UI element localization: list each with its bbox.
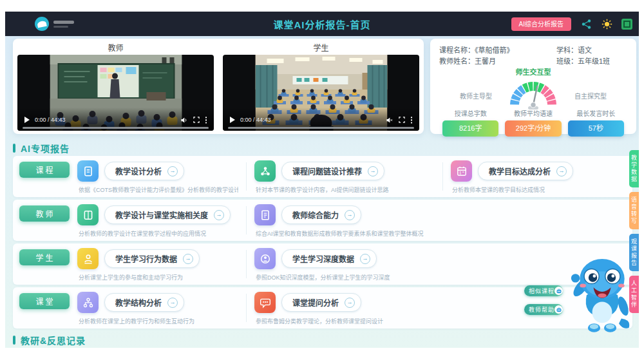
board-icon	[77, 204, 99, 225]
fullscreen-icon[interactable]	[621, 19, 632, 30]
assistant-button[interactable]: 相似课程	[524, 285, 563, 296]
ai-reports-title: AI专项报告	[21, 142, 70, 155]
video-time: 0:00 / 44:43	[240, 117, 271, 123]
research-section-header: 教研&反思记录	[13, 334, 86, 347]
play-button[interactable]	[24, 117, 30, 123]
column-divider	[246, 250, 247, 278]
column-divider	[246, 294, 247, 322]
report-row: 课程 教学设计分析 → 依据《COTS教师教学设计能力评价量规》分析教师的教学设…	[13, 156, 632, 197]
report-card-title: 学生学习行为数据	[115, 253, 177, 264]
report-card-button[interactable]: 教学设计与课堂实施相关度 →	[104, 205, 231, 224]
report-card: 学生学习深度数据 → 参照DOK知识深度模型，分析课堂上学生的学习深度	[254, 247, 435, 281]
share-icon[interactable]	[580, 18, 592, 30]
stat-value: 8216字	[442, 120, 498, 137]
report-card-description: 分析教师本堂课的教学目标达成情况	[452, 186, 612, 194]
fullscreen-video-icon[interactable]	[398, 116, 406, 124]
report-card-description: 分析教师在课堂上的教学行为和师生互动行为	[79, 317, 238, 325]
volume-muted-icon[interactable]	[385, 116, 393, 124]
report-card-description: 参照DOK知识深度模型，分析课堂上学生的学习深度	[256, 273, 435, 281]
logo-text-placeholder	[53, 21, 74, 28]
gauge-left-label: 教师主导型	[460, 91, 492, 100]
report-card-description: 针对本节课的教学设计内容，AI提供问题链设计思路	[256, 186, 435, 194]
volume-icon[interactable]	[180, 116, 188, 124]
sun-icon[interactable]	[601, 18, 612, 30]
report-card-button[interactable]: 教学目标达成分析 →	[478, 162, 573, 180]
student-video-label: 学生	[218, 42, 424, 53]
report-card-description: 依据《COTS教师教学设计能力评价量规》分析教师的教学设计	[79, 186, 238, 194]
stat-label: 授课总字数	[439, 108, 502, 118]
teacher-video-player[interactable]: 0:00 / 44:43	[17, 55, 214, 131]
report-row: 教师 教学设计与课堂实施相关度 → 分析教师的教学设计在课堂教学过程中的应用情况…	[13, 200, 632, 241]
kebab-menu-icon[interactable]	[205, 116, 207, 124]
section-bar	[13, 144, 15, 153]
arrow-icon: →	[167, 298, 178, 308]
assistant-button-label: 教师帮助	[524, 305, 554, 314]
robot-icon	[554, 287, 563, 295]
assistant-buttons: 相似课程 教师帮助	[524, 285, 563, 315]
report-card-description: 综合AI课堂和教育数据形成教师教学要素体系和课堂教学整体概况	[256, 229, 435, 238]
stat-value: 57秒	[568, 120, 624, 137]
assistant-button-label: 相似课程	[524, 287, 554, 295]
doclines-icon	[254, 204, 276, 225]
ai-summary-report-button[interactable]: AI综合分析报告	[511, 17, 571, 31]
side-tab[interactable]: 语音转写	[629, 192, 639, 229]
class-line: 班级：五年级1班	[556, 56, 627, 67]
report-card-button[interactable]: 课程问题链设计推荐 →	[281, 162, 384, 180]
side-tab[interactable]: 教学数据	[629, 150, 639, 187]
student-video-player[interactable]: 0:00 / 44:43	[223, 55, 419, 131]
stat: 教师平均语速 292字/分钟	[502, 108, 564, 137]
report-card-description: 参照布鲁姆分类教学理论，分析教师课堂提问设计	[256, 317, 435, 325]
kebab-menu-icon[interactable]	[410, 116, 413, 124]
report-card: 学生学习行为数据 → 分析课堂上学生的参与度和主动学习行为	[77, 247, 238, 281]
arrow-icon: →	[360, 254, 370, 264]
stat: 最长发言时长 57秒	[565, 108, 627, 137]
doc-icon	[77, 160, 99, 182]
video-progress-bar[interactable]	[23, 127, 209, 129]
report-card: 教学结构分析 → 分析教师在课堂上的教学行为和师生互动行为	[77, 291, 238, 325]
ai-reports-section-header: AI专项报告	[13, 142, 70, 155]
course-name-line: 课程名称：《草船借箭》	[439, 45, 556, 56]
arrow-icon: →	[183, 254, 193, 264]
video-progress-bar[interactable]	[228, 127, 414, 129]
calendar-icon	[451, 160, 472, 182]
report-card: 课堂提问分析 → 参照布鲁姆分类教学理论，分析教师课堂提问设计	[254, 291, 435, 325]
videos-panel: 教师 学生	[13, 39, 424, 134]
assistant-button[interactable]: 教师帮助	[524, 304, 563, 315]
teacher-video-label: 教师	[13, 42, 218, 53]
molecule-icon	[254, 160, 276, 182]
report-card-button[interactable]: 教师综合能力 →	[281, 205, 361, 224]
arrow-icon: →	[345, 210, 355, 220]
report-card-title: 教学设计与课堂实施相关度	[115, 209, 208, 220]
teaching-style-gauge: 师生交互型 教师主导型 自主探究型	[439, 68, 627, 106]
arrow-icon: →	[556, 166, 567, 176]
fullscreen-video-icon[interactable]	[193, 116, 200, 124]
report-card-button[interactable]: 学生学习行为数据 →	[104, 249, 200, 268]
subject-line: 学科：语文	[556, 45, 627, 56]
research-title: 教研&反思记录	[21, 334, 86, 347]
report-card-button[interactable]: 学生学习深度数据 →	[281, 249, 377, 268]
category-pill: 课堂	[19, 293, 70, 309]
report-card: 教学设计分析 → 依据《COTS教师教学设计能力评价量规》分析教师的教学设计	[77, 159, 238, 194]
category-pill: 学生	[19, 249, 70, 265]
page-title: 课堂AI分析报告-首页	[274, 17, 371, 31]
report-card-button[interactable]: 教学设计分析 →	[104, 162, 184, 180]
report-card-title: 教学设计分析	[115, 166, 162, 176]
report-card-title: 课堂提问分析	[292, 297, 339, 308]
category-pill: 教师	[19, 205, 70, 222]
gauge-right-label: 自主探究型	[574, 91, 607, 100]
report-card-title: 学生学习深度数据	[292, 253, 354, 264]
section-bar	[13, 336, 15, 345]
teacher-name-line: 教师姓名：王馨月	[439, 56, 556, 67]
report-card-button[interactable]: 教学结构分析 →	[104, 293, 184, 312]
play-button[interactable]	[229, 117, 236, 123]
header: 课堂AI分析报告-首页 AI综合分析报告	[5, 12, 639, 36]
report-card-title: 教学结构分析	[115, 297, 162, 308]
arrow-icon: →	[214, 210, 224, 220]
course-info-panel: 课程名称：《草船借箭》 教师姓名：王馨月 学科：语文 班级：五年级1班 师生交互…	[430, 39, 636, 134]
app-logo	[35, 17, 74, 31]
stat-value: 292字/分钟	[505, 120, 561, 137]
report-card-button[interactable]: 课堂提问分析 →	[281, 293, 361, 312]
stat-label: 最长发言时长	[565, 108, 627, 118]
orgchart-icon	[77, 292, 99, 313]
ai-mascot[interactable]	[568, 252, 636, 334]
